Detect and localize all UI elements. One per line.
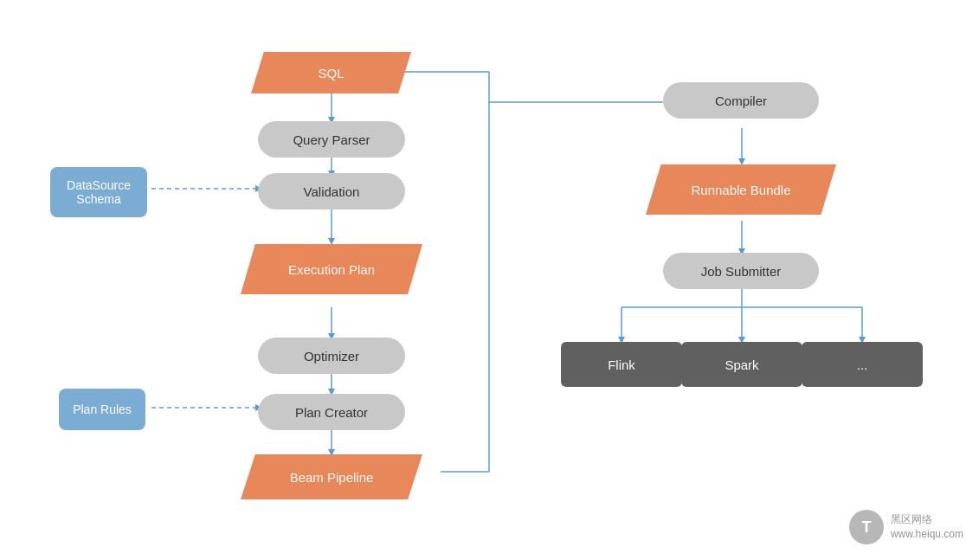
watermark-icon: T (849, 510, 884, 544)
svg-marker-5 (328, 238, 335, 245)
plan-creator-node: Plan Creator (258, 394, 405, 430)
compiler-node: Compiler (663, 82, 819, 119)
connector-lines (0, 0, 979, 560)
runnable-bundle-node: Runnable Bundle (646, 164, 836, 215)
diagram-container: SQL Query Parser Validation Execution Pl… (0, 0, 979, 560)
validation-node: Validation (258, 173, 405, 209)
watermark-text: 黑区网络 www.heiqu.com (891, 512, 963, 542)
flink-node: Flink (561, 342, 682, 387)
plan-rules-node: Plan Rules (59, 389, 145, 430)
ellipsis-node: ... (802, 342, 923, 387)
optimizer-node: Optimizer (258, 338, 405, 374)
beam-pipeline-node: Beam Pipeline (241, 454, 422, 499)
job-submitter-node: Job Submitter (663, 253, 819, 289)
query-parser-node: Query Parser (258, 121, 405, 158)
sql-node: SQL (251, 52, 411, 93)
watermark: T 黑区网络 www.heiqu.com (849, 510, 963, 544)
svg-marker-22 (738, 158, 745, 165)
datasource-schema-node: DataSource Schema (50, 167, 147, 217)
execution-plan-node: Execution Plan (241, 244, 422, 294)
spark-node: Spark (681, 342, 802, 387)
